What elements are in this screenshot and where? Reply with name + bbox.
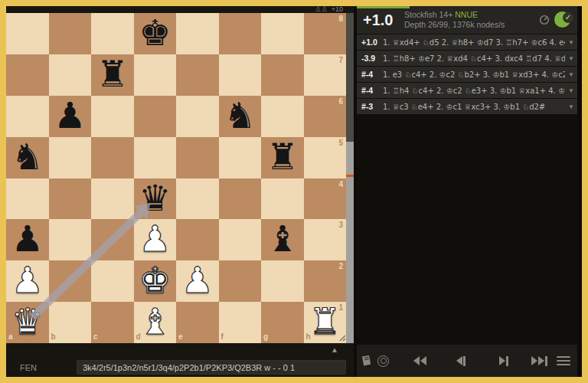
- black-king-d8[interactable]: ♚: [134, 13, 177, 54]
- database-button[interactable]: [377, 345, 389, 377]
- rank-label-8: 8: [339, 15, 344, 23]
- previous-move-button[interactable]: [456, 345, 466, 377]
- square-b3[interactable]: [49, 219, 92, 260]
- black-knight-a5[interactable]: ♞: [6, 137, 49, 178]
- engine-line-5[interactable]: #-31. ♕c3 ♘e4+ 2. ♔c1 ♕xc3+ 3. ♔b1 ♘d2#▼: [357, 99, 577, 114]
- skip-last-icon: [531, 356, 537, 365]
- square-c5[interactable]: [91, 137, 134, 178]
- black-queen-d4[interactable]: ♛: [134, 178, 177, 220]
- file-label-d: d: [136, 332, 141, 341]
- square-e7[interactable]: [176, 54, 219, 96]
- square-g7[interactable]: [261, 54, 304, 96]
- line-moves: 1. ♕c3 ♘e4+ 2. ♔c1 ♕xc3+ 3. ♔b1 ♘d2#: [383, 103, 565, 111]
- square-e6[interactable]: [176, 96, 219, 137]
- square-f1[interactable]: [219, 302, 262, 343]
- black-pawn-a3[interactable]: ♟: [6, 219, 49, 260]
- file-label-e: e: [178, 332, 183, 341]
- rank-label-6: 6: [339, 97, 344, 106]
- black-bishop-g3[interactable]: ♝: [261, 219, 304, 260]
- square-a8[interactable]: [6, 13, 49, 54]
- square-c3[interactable]: [91, 219, 134, 260]
- square-c2[interactable]: [91, 260, 134, 302]
- square-b7[interactable]: [49, 54, 92, 96]
- resize-slider-handle[interactable]: ▲: [331, 345, 338, 354]
- square-a6[interactable]: [6, 96, 49, 137]
- square-f7[interactable]: [219, 54, 262, 96]
- engine-line-1[interactable]: +1.01. ♕xd4+ ♘d5 2. ♕h8+ ♔d7 3. ♖h7+ ♔c6…: [357, 34, 577, 50]
- black-pawn-b6[interactable]: ♟: [49, 96, 92, 137]
- square-e8[interactable]: [176, 13, 219, 54]
- book-icon: [360, 355, 373, 367]
- square-a4[interactable]: [6, 178, 49, 220]
- last-move-button[interactable]: [531, 345, 547, 377]
- square-f5[interactable]: [219, 137, 262, 178]
- square-e5[interactable]: [176, 137, 219, 178]
- rank-label-4: 4: [339, 180, 344, 188]
- engine-toggle[interactable]: ✓: [554, 11, 574, 28]
- square-d6[interactable]: [134, 96, 177, 137]
- white-pawn-d3[interactable]: ♟: [134, 219, 177, 260]
- engine-lines: +1.01. ♕xd4+ ♘d5 2. ♕h8+ ♔d7 3. ♖h7+ ♔c6…: [357, 34, 577, 115]
- file-label-c: c: [93, 332, 98, 341]
- engine-info: Stockfish 14+ NNUE Depth 26/99, 1376k no…: [404, 10, 505, 30]
- engine-line-2[interactable]: -3.91. ♖h8+ ♔e7 2. ♕xd4 ♘c4+ 3. dxc4 ♖d7…: [357, 51, 577, 66]
- square-e3[interactable]: [176, 219, 219, 260]
- material-advantage: +10: [332, 6, 343, 13]
- line-moves: 1. ♖h8+ ♔e7 2. ♕xd4 ♘c4+ 3. dxc4 ♖d7 4. …: [383, 54, 565, 63]
- line-moves: 1. ♖h4 ♘c4+ 2. ♔c2 ♘e3+ 3. ♔b1 ♕xa1+ 4. …: [383, 87, 565, 95]
- control-bar: [357, 345, 577, 377]
- square-b2[interactable]: [49, 260, 92, 302]
- rank-label-2: 2: [339, 262, 344, 270]
- menu-button[interactable]: [557, 345, 570, 377]
- engine-line-4[interactable]: #-41. ♖h4 ♘c4+ 2. ♔c2 ♘e3+ 3. ♔b1 ♕xa1+ …: [357, 83, 577, 98]
- square-a7[interactable]: [6, 54, 49, 96]
- engine-name: Stockfish 14+: [404, 10, 452, 19]
- line-eval: +1.0: [361, 38, 383, 47]
- white-pawn-a2[interactable]: ♟: [6, 260, 49, 302]
- square-e4[interactable]: [176, 178, 219, 220]
- white-king-d2[interactable]: ♚: [134, 260, 177, 302]
- collapse-line-icon[interactable]: ▼: [568, 55, 574, 62]
- hashtable-gauge-icon[interactable]: [539, 15, 550, 25]
- file-label-g: g: [263, 332, 268, 341]
- square-b5[interactable]: [49, 137, 92, 178]
- square-b8[interactable]: [49, 13, 92, 54]
- collapse-line-icon[interactable]: ▼: [568, 71, 574, 78]
- toggle-check-icon: ✓: [563, 12, 573, 23]
- square-g6[interactable]: [261, 96, 304, 137]
- skip-first-icon: [413, 356, 420, 365]
- fen-input[interactable]: [77, 360, 346, 375]
- gauge-mid-tick: [346, 175, 354, 177]
- menu-icon: [557, 356, 570, 366]
- square-g2[interactable]: [261, 260, 304, 302]
- line-eval: #-3: [361, 102, 383, 111]
- square-b4[interactable]: [49, 178, 92, 220]
- black-rook-g5[interactable]: ♜: [261, 137, 304, 178]
- square-f3[interactable]: [219, 219, 262, 260]
- board[interactable]: abcdefgh87654321♚♜♟♞♞♜♛♟♟♝♟♚♟♛♝♜: [6, 13, 346, 343]
- black-rook-c7[interactable]: ♜: [91, 54, 134, 96]
- square-d5[interactable]: [134, 137, 177, 178]
- square-f2[interactable]: [219, 260, 262, 302]
- engine-line-3[interactable]: #-41. e3 ♘c4+ 2. ♔c2 ♘b2+ 3. ♔b1 ♕xd3+ 4…: [357, 67, 577, 82]
- square-g4[interactable]: [261, 178, 304, 220]
- next-move-button[interactable]: [499, 345, 508, 377]
- collapse-line-icon[interactable]: ▼: [568, 39, 574, 46]
- engine-progress-bar: [357, 6, 410, 8]
- square-c4[interactable]: [91, 178, 134, 220]
- square-f8[interactable]: [219, 13, 262, 54]
- square-g8[interactable]: [261, 13, 304, 54]
- square-c8[interactable]: [91, 13, 134, 54]
- black-knight-f6[interactable]: ♞: [219, 96, 262, 137]
- first-move-button[interactable]: [413, 345, 426, 377]
- collapse-line-icon[interactable]: ▼: [568, 103, 574, 110]
- rank-label-1: 1: [339, 303, 344, 312]
- opening-book-button[interactable]: [360, 345, 373, 377]
- square-c6[interactable]: [91, 96, 134, 137]
- white-pawn-e2[interactable]: ♟: [176, 260, 219, 302]
- square-d7[interactable]: [134, 54, 177, 96]
- collapse-line-icon[interactable]: ▼: [568, 87, 574, 94]
- material-strip: ♙♙ +10: [6, 6, 354, 13]
- square-f4[interactable]: [219, 178, 262, 220]
- engine-panel: +1.0 Stockfish 14+ NNUE Depth 26/99, 137…: [357, 6, 577, 377]
